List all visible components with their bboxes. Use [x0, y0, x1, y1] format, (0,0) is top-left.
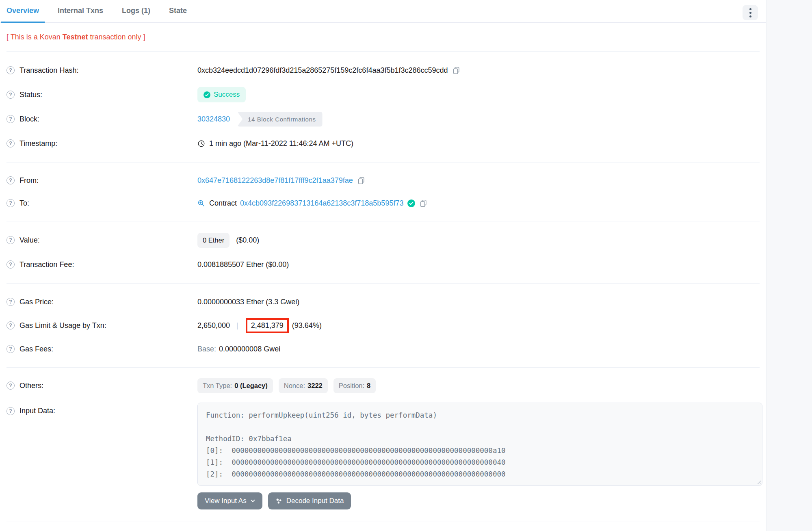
clock-icon [197, 140, 205, 147]
txn-type-badge: Txn Type: 0 (Legacy) [197, 378, 273, 393]
row-label: ? To: [6, 199, 197, 208]
row-label: ? Value: [6, 236, 197, 245]
verified-check-icon [407, 199, 415, 207]
testnet-notice-suffix: transaction only ] [88, 33, 145, 41]
separator-bar: | [234, 321, 241, 330]
help-icon[interactable]: ? [6, 66, 15, 74]
position-value: 8 [367, 382, 370, 390]
section-summary: ? Transaction Hash: 0xcb324eedcd1d07296f… [0, 52, 766, 162]
transaction-hash-label: Transaction Hash: [19, 66, 78, 75]
to-contract-word: Contract [209, 199, 237, 208]
ether-value-badge: 0 Ether [197, 233, 230, 248]
nonce-key: Nonce: [284, 382, 305, 390]
timestamp-label: Timestamp: [19, 139, 57, 148]
row-value: 2,650,000 | 2,481,379 (93.64%) [197, 318, 760, 333]
help-icon[interactable]: ? [6, 381, 15, 390]
help-icon[interactable]: ? [6, 260, 15, 269]
row-label: ? Transaction Fee: [6, 260, 197, 269]
row-transaction-hash: ? Transaction Hash: 0xcb324eedcd1d07296f… [6, 58, 760, 82]
row-label: ? Input Data: [6, 403, 197, 415]
gas-used-value: 2,481,379 [251, 321, 284, 329]
gas-fees-label: Gas Fees: [19, 345, 53, 353]
row-gas-price: ? Gas Price: 0.0000000033 Ether (3.3 Gwe… [6, 290, 760, 314]
row-label: ? Status: [6, 91, 197, 99]
txn-type-key: Txn Type: [203, 382, 232, 390]
nonce-badge: Nonce: 3222 [279, 378, 328, 393]
row-label: ? Timestamp: [6, 139, 197, 148]
help-icon[interactable]: ? [6, 321, 15, 329]
decode-input-data-button[interactable]: Decode Input Data [268, 492, 351, 509]
row-gas-limit-usage: ? Gas Limit & Usage by Txn: 2,650,000 | … [6, 314, 760, 337]
row-label: ? Transaction Hash: [6, 66, 197, 75]
input-data-content: Function: performUpkeep(uint256 id, byte… [206, 410, 754, 480]
testnet-notice-bold: Testnet [63, 33, 88, 41]
copy-icon [419, 199, 428, 208]
help-icon[interactable]: ? [6, 298, 15, 306]
section-others: ? Others: Txn Type: 0 (Legacy) Nonce: 32… [0, 368, 766, 516]
section-gas: ? Gas Price: 0.0000000033 Ether (3.3 Gwe… [0, 284, 766, 367]
status-badge: Success [197, 87, 246, 102]
row-label: ? Gas Limit & Usage by Txn: [6, 321, 197, 330]
tab-internal-txns[interactable]: Internal Txns [52, 0, 109, 23]
row-input-data: ? Input Data: Function: performUpkeep(ui… [6, 403, 760, 509]
help-icon[interactable]: ? [6, 407, 15, 415]
help-icon[interactable]: ? [6, 345, 15, 353]
divider [6, 522, 760, 522]
copy-icon [452, 66, 461, 75]
resize-handle[interactable] [756, 479, 761, 484]
copy-from-address-button[interactable] [357, 176, 366, 185]
red-annotation-box: 2,481,379 [246, 318, 289, 333]
gas-used-percent: (93.64%) [292, 321, 322, 330]
row-value: 0.0081885507 Ether ($0.00) [197, 260, 760, 269]
kebab-menu-button[interactable] [743, 5, 758, 20]
row-timestamp: ? Timestamp: 1 min ago (Mar-11-2022 11:4… [6, 131, 760, 156]
tab-state[interactable]: State [163, 0, 193, 23]
tab-logs[interactable]: Logs (1) [116, 0, 156, 23]
chevron-down-icon [251, 499, 255, 503]
help-icon[interactable]: ? [6, 236, 15, 244]
gas-price-value: 0.0000000033 Ether (3.3 Gwei) [197, 298, 299, 306]
row-value: Success [197, 87, 760, 102]
row-label: ? Block: [6, 115, 197, 124]
row-to: ? To: Contract 0x4cb093f226983713164a621… [6, 192, 760, 215]
help-icon[interactable]: ? [6, 115, 15, 123]
transaction-hash-value: 0xcb324eedcd1d07296fdf3d215a2865275f159c… [197, 66, 448, 75]
zoom-in-icon[interactable] [197, 199, 205, 207]
input-data-label: Input Data: [19, 407, 55, 415]
value-label: Value: [19, 236, 40, 245]
row-value: 1 min ago (Mar-11-2022 11:46:24 AM +UTC) [197, 139, 760, 148]
row-value: Txn Type: 0 (Legacy) Nonce: 3222 Positio… [197, 378, 760, 393]
help-icon[interactable]: ? [6, 91, 15, 99]
row-value: Contract 0x4cb093f226983713164a62138c3f7… [197, 199, 760, 208]
row-value: 0x647e7168122263d8e7f81f17fff9c2f1aa379f… [197, 176, 760, 185]
help-icon[interactable]: ? [6, 199, 15, 207]
copy-hash-button[interactable] [452, 66, 461, 75]
decode-icon [275, 498, 282, 505]
row-label: ? Gas Price: [6, 298, 197, 306]
row-status: ? Status: Success [6, 82, 760, 107]
to-address-link[interactable]: 0x4cb093f226983713164a62138c3f718a5b595f… [240, 199, 403, 208]
transaction-overview-card: Overview Internal Txns Logs (1) State [ … [0, 0, 766, 522]
input-data-container: Function: performUpkeep(uint256 id, byte… [197, 403, 762, 509]
block-confirmations-badge: 14 Block Confirmations [237, 112, 322, 127]
section-addresses: ? From: 0x647e7168122263d8e7f81f17fff9c2… [0, 163, 766, 221]
row-value: 0xcb324eedcd1d07296fdf3d215a2865275f159c… [197, 66, 760, 75]
nonce-value: 3222 [307, 382, 323, 390]
from-address-link[interactable]: 0x647e7168122263d8e7f81f17fff9c2f1aa379f… [197, 176, 353, 185]
row-value-amount: ? Value: 0 Ether ($0.00) [6, 228, 760, 252]
input-data-textarea[interactable]: Function: performUpkeep(uint256 id, byte… [197, 403, 762, 486]
tab-overview[interactable]: Overview [1, 0, 45, 23]
status-value: Success [214, 91, 240, 99]
kebab-dot-icon [749, 12, 751, 14]
block-number-link[interactable]: 30324830 [197, 115, 230, 124]
help-icon[interactable]: ? [6, 139, 15, 147]
others-label: Others: [19, 381, 43, 390]
position-key: Position: [339, 382, 364, 390]
to-label: To: [19, 199, 29, 208]
copy-to-address-button[interactable] [419, 199, 428, 208]
help-icon[interactable]: ? [6, 176, 15, 184]
page-background-strip [766, 0, 812, 531]
view-input-as-button[interactable]: View Input As [197, 492, 262, 509]
transaction-fee-label: Transaction Fee: [19, 260, 74, 269]
txn-type-value: 0 (Legacy) [234, 382, 268, 390]
